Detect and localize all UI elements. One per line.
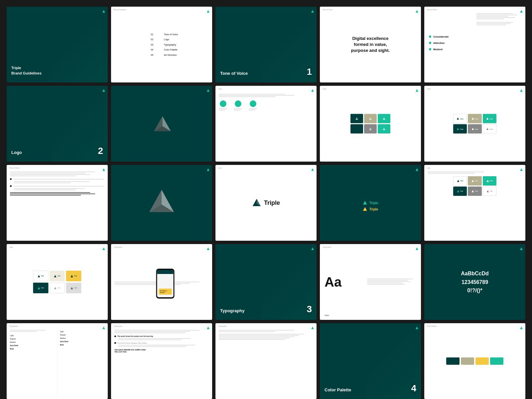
svg-marker-48: [54, 275, 57, 277]
slide-label: Logo: [218, 167, 222, 169]
logo-display: Triple: [252, 198, 280, 207]
slide-label: Typography: [9, 325, 18, 327]
logo-row-teal: Triple: [363, 194, 378, 199]
quote-text: Digital excellenceformed in value,purpos…: [330, 36, 411, 54]
svg-marker-42: [486, 180, 488, 182]
svg-marker-55: [416, 247, 418, 250]
logo-mark-icon: [102, 87, 105, 93]
slide-23-text-samples: Typography: [215, 323, 317, 399]
trait-label: Modest: [433, 48, 443, 51]
logo-mark-icon: [206, 8, 210, 14]
slide-label: Color Palette: [427, 325, 437, 327]
logo-mark-icon: [311, 167, 314, 173]
color-cell-teal: [350, 114, 363, 123]
svg-marker-52: [70, 287, 73, 289]
svg-marker-24: [486, 128, 488, 130]
brand-title: TripleBrand Guidelines: [11, 66, 42, 76]
svg-marker-6: [207, 89, 209, 92]
svg-marker-14: [369, 117, 372, 120]
trait-label: Attentive: [433, 42, 445, 45]
logo-mark-icon: [415, 325, 419, 331]
svg-marker-1: [207, 10, 209, 13]
svg-marker-58: [207, 327, 209, 329]
slide-11-text: Tone of Voice: [7, 165, 108, 241]
font-name: Inter: [325, 314, 329, 317]
slide-17-phone: Typography Excellenceformed.: [111, 244, 212, 320]
logo-mark-icon: [311, 8, 314, 14]
svg-marker-2: [311, 10, 314, 13]
logo-color-grid: Triple Triple Triple Triple Triple Tripl…: [453, 114, 496, 134]
slide-9-color-grid: Logo: [320, 86, 421, 162]
dot-icon: [429, 48, 431, 51]
svg-marker-51: [54, 287, 57, 289]
logo-mark-icon: [415, 167, 419, 173]
toc-list: 01Tone of Voice 02Logo 03Typography 04Co…: [151, 32, 178, 58]
svg-marker-21: [486, 117, 488, 119]
logo-mark-icon: [415, 8, 419, 14]
section-title: Color Palette: [325, 387, 351, 392]
slide-18-typography-cover: Typography 3: [215, 244, 317, 320]
color-grid: [350, 114, 390, 134]
logo-mark-icon: [311, 246, 314, 252]
svg-marker-20: [471, 117, 473, 119]
alphabet-display: AaBbCcDd1234567890!?/()*: [432, 269, 518, 295]
logo-row-yellow: Triple: [363, 207, 378, 211]
logo-cell: Triple: [468, 124, 481, 134]
svg-marker-13: [355, 117, 358, 120]
logo-mark-icon: [206, 167, 210, 173]
svg-marker-60: [416, 327, 418, 329]
swatches-row: [446, 357, 503, 365]
svg-marker-22: [457, 128, 459, 130]
slide-16-small-logos: Logo Triple Triple Triple Triple: [7, 244, 108, 320]
trait-label: Considerate: [433, 35, 449, 38]
svg-marker-54: [311, 247, 314, 250]
slide-10-color-logos: Logo Triple Triple Triple Triple: [424, 86, 525, 162]
logo-mark-icon: [520, 87, 523, 93]
section-title: Logo: [11, 150, 22, 155]
svg-marker-56: [520, 247, 523, 250]
section-number: 4: [411, 383, 416, 394]
svg-marker-35: [416, 168, 418, 171]
text-content: [10, 172, 104, 237]
trait-attentive: Attentive: [429, 42, 449, 45]
svg-marker-59: [311, 327, 314, 329]
slide-13-logo-white: Logo Triple: [215, 165, 317, 241]
slide-4-quote: Tone of Voice Digital excellenceformed i…: [320, 7, 421, 82]
slide-label: Logo: [427, 88, 431, 90]
logo-cell: Triple: [483, 114, 496, 123]
phone-text: Excellenceformed.: [159, 289, 172, 295]
svg-marker-53: [207, 247, 209, 250]
logo-cell: Triple: [483, 124, 496, 134]
logo-cell: Triple: [453, 114, 467, 123]
section-number: 3: [307, 304, 312, 315]
slide-label: Logo: [323, 88, 326, 90]
slide-3-section-cover: Tone of Voice 1: [215, 7, 317, 82]
logo-mark-icon: [102, 246, 105, 252]
svg-marker-43: [457, 190, 459, 192]
svg-marker-0: [102, 10, 105, 13]
phone-layout: Excellenceformed.: [114, 251, 209, 317]
slide-12-shape-large: [111, 165, 212, 241]
svg-marker-16: [369, 128, 372, 130]
svg-marker-25: [102, 168, 105, 171]
phone-screen: Excellenceformed.: [157, 270, 174, 297]
swatch-green: [490, 357, 503, 365]
slide-1-cover: TripleBrand Guidelines: [7, 7, 108, 82]
svg-marker-45: [486, 190, 488, 192]
svg-marker-12: [416, 89, 418, 92]
svg-marker-44: [472, 190, 474, 192]
metrics-content: [219, 90, 313, 158]
slide-24-colorpalette-cover: Color Palette 4: [320, 323, 421, 399]
slide-label: Logo: [9, 246, 13, 248]
slide-5-traits: Tone of Voice Considerate Attentive Mode…: [424, 7, 525, 82]
slides-grid: TripleBrand Guidelines Brand Guidelines …: [7, 7, 525, 399]
3d-shape: [153, 115, 171, 133]
logo-wordmark: Triple: [264, 200, 280, 206]
slide-7-shape-dark: [111, 86, 212, 162]
slide-8-metrics: Logo: [215, 86, 317, 162]
swatch-yellow: [475, 357, 489, 365]
logo-cell: Triple: [453, 124, 467, 134]
svg-marker-37: [363, 201, 367, 204]
slide-label: Typography: [114, 246, 122, 248]
logo-cell: Triple: [468, 114, 481, 123]
